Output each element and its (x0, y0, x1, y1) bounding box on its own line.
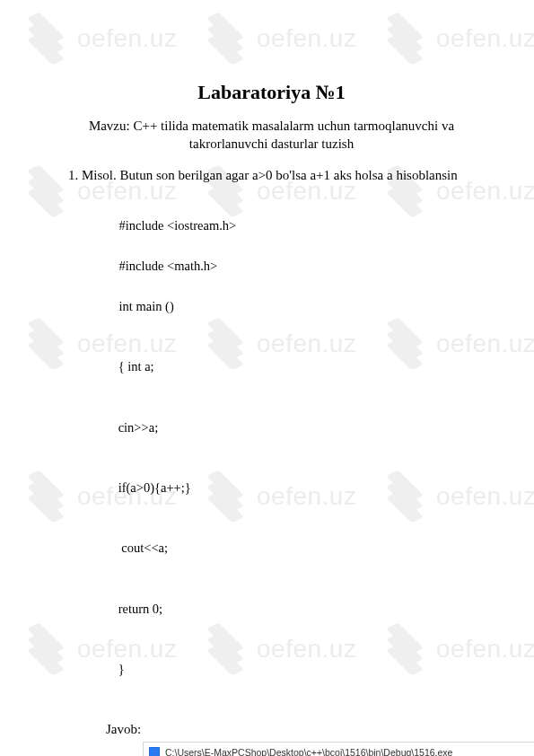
code-line: return 0; (106, 599, 480, 619)
code-line: cout<<a; (106, 538, 480, 558)
code-line: } (106, 659, 480, 679)
code-block: #include <iostream.h> #include <math.h> … (63, 196, 480, 720)
console-window: C:\Users\E-MaxPCShop\Desktop\c++\bcoi\15… (144, 743, 534, 756)
code-line: #include <iostream.h> (119, 218, 237, 233)
code-line: #include <math.h> (119, 259, 218, 273)
task-item: 1. Misol. Butun son berilgan agar a>0 bo… (63, 168, 480, 183)
code-line: { int a; (106, 356, 480, 376)
console-app-icon (149, 747, 160, 756)
code-line: if(a>0){a++;} (106, 478, 480, 497)
document-body: Labaratoriya №1 Mavzu: C++ tilida matema… (0, 0, 534, 756)
console-title-path: C:\Users\E-MaxPCShop\Desktop\c++\bcoi\15… (165, 747, 452, 756)
code-line: cin>>a; (106, 418, 480, 437)
page-title: Labaratoriya №1 (63, 81, 480, 104)
code-line: int main () (119, 299, 174, 313)
console-titlebar: C:\Users\E-MaxPCShop\Desktop\c++\bcoi\15… (144, 743, 534, 756)
answer-label: Javob: (63, 722, 480, 737)
svg-rect-1 (150, 748, 159, 756)
subtitle: Mavzu: C++ tilida matematik masalalarm u… (63, 117, 480, 154)
